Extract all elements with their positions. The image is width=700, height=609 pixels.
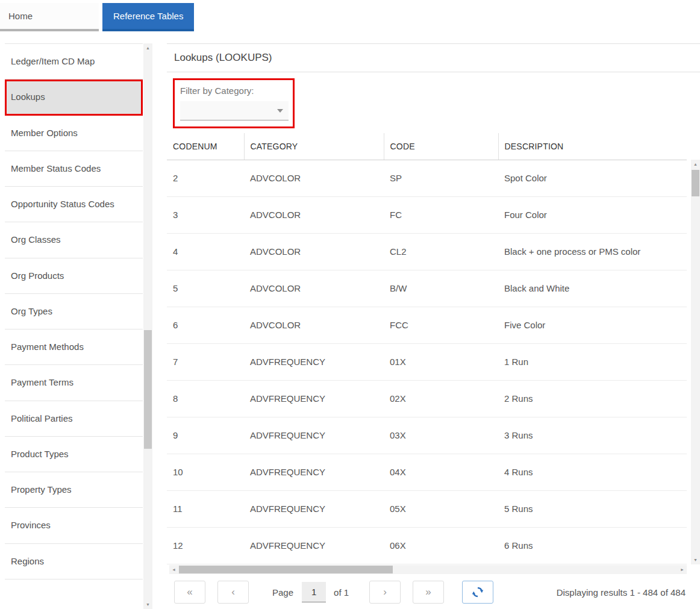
sidebar-scrollbar[interactable]: ▲ ▼ xyxy=(143,43,152,609)
table-row[interactable]: 4ADVCOLORCL2Black + one process or PMS c… xyxy=(167,233,687,270)
table-cell: ADVFREQUENCY xyxy=(244,343,384,380)
table-cell: 11 xyxy=(167,490,244,527)
table-cell: 2 Runs xyxy=(498,380,687,417)
table-cell: 10 xyxy=(167,454,244,490)
column-header-category[interactable]: CATEGORY xyxy=(244,133,384,160)
table-row[interactable]: 10ADVFREQUENCY04X4 Runs xyxy=(167,454,687,490)
scroll-down-icon[interactable]: ▼ xyxy=(143,600,152,609)
table-row[interactable]: 11ADVFREQUENCY05X5 Runs xyxy=(167,490,687,527)
table-row[interactable]: 8ADVFREQUENCY02X2 Runs xyxy=(167,380,687,417)
table-cell: ADVFREQUENCY xyxy=(244,527,384,564)
table-cell: ADVCOLOR xyxy=(244,160,384,196)
table-cell: 4 Runs xyxy=(498,454,687,490)
column-header-description[interactable]: DESCRIPTION xyxy=(498,133,687,160)
sidebar-item-ledger-item-cd-map[interactable]: Ledger/Item CD Map xyxy=(5,44,143,80)
column-header-code[interactable]: CODE xyxy=(384,133,498,160)
category-select[interactable] xyxy=(180,101,289,120)
table-cell: SP xyxy=(384,160,498,196)
filter-label: Filter by Category: xyxy=(180,86,287,96)
table-cell: 2 xyxy=(167,160,244,196)
sidebar-item-provinces[interactable]: Provinces xyxy=(5,508,143,543)
sidebar-item-org-types[interactable]: Org Types xyxy=(5,294,143,329)
sidebar-item-payment-methods[interactable]: Payment Methods xyxy=(5,329,143,365)
sidebar-item-opportunity-status-codes[interactable]: Opportunity Status Codes xyxy=(5,187,143,222)
pagination-bar: « ‹ Page of 1 › » xyxy=(167,575,700,609)
tab-home[interactable]: Home xyxy=(0,3,99,31)
table-cell: 04X xyxy=(384,454,498,490)
sidebar-item-member-status-codes[interactable]: Member Status Codes xyxy=(5,151,143,187)
sidebar-list: Ledger/Item CD MapLookupsMember OptionsM… xyxy=(5,43,143,579)
scroll-up-icon[interactable]: ▲ xyxy=(143,43,152,52)
sidebar-item-org-products[interactable]: Org Products xyxy=(5,258,143,294)
table-horizontal-scrollbar-thumb[interactable] xyxy=(179,566,393,573)
table-cell: ADVCOLOR xyxy=(244,196,384,233)
table-cell: 06X xyxy=(384,527,498,564)
table-row[interactable]: 3ADVCOLORFCFour Color xyxy=(167,196,687,233)
scroll-down-icon[interactable]: ▼ xyxy=(691,555,700,564)
prev-page-button[interactable]: ‹ xyxy=(217,581,249,604)
sidebar-item-regions[interactable]: Regions xyxy=(5,544,143,579)
column-header-codenum[interactable]: CODENUM xyxy=(167,133,244,160)
scroll-left-icon[interactable]: ◄ xyxy=(169,565,178,574)
sidebar-item-property-types[interactable]: Property Types xyxy=(5,472,143,508)
first-page-button[interactable]: « xyxy=(174,581,205,604)
sidebar-item-member-options[interactable]: Member Options xyxy=(5,116,143,151)
table-cell: 5 xyxy=(167,270,244,307)
table-vertical-scrollbar-thumb[interactable] xyxy=(692,170,699,196)
table-cell: ADVFREQUENCY xyxy=(244,417,384,454)
table-cell: Spot Color xyxy=(498,160,687,196)
sidebar-item-payment-terms[interactable]: Payment Terms xyxy=(5,365,143,401)
table-cell: FC xyxy=(384,196,498,233)
table-cell: Black + one process or PMS color xyxy=(498,233,687,270)
table-cell: 5 Runs xyxy=(498,490,687,527)
page-label: Page xyxy=(272,587,293,598)
results-count-text: Displaying results 1 - 484 of 484 xyxy=(557,587,700,598)
scroll-right-icon[interactable]: ► xyxy=(678,565,687,574)
last-page-icon: » xyxy=(425,586,431,598)
refresh-button[interactable] xyxy=(462,581,493,604)
table-row[interactable]: 6ADVCOLORFCCFive Color xyxy=(167,307,687,343)
table-cell: 01X xyxy=(384,343,498,380)
table-cell: 05X xyxy=(384,490,498,527)
sidebar-item-lookups[interactable]: Lookups xyxy=(5,80,143,115)
table-cell: B/W xyxy=(384,270,498,307)
table-row[interactable]: 12ADVFREQUENCY06X6 Runs xyxy=(167,527,687,564)
last-page-button[interactable]: » xyxy=(413,581,444,604)
table-header-row: CODENUMCATEGORYCODEDESCRIPTION xyxy=(167,133,687,160)
table-cell: Five Color xyxy=(498,307,687,343)
table-cell: ADVCOLOR xyxy=(244,233,384,270)
table-cell: ADVCOLOR xyxy=(244,307,384,343)
table-cell: 3 xyxy=(167,196,244,233)
scroll-up-icon[interactable]: ▲ xyxy=(691,160,700,169)
table-cell: 7 xyxy=(167,343,244,380)
table-row[interactable]: 9ADVFREQUENCY03X3 Runs xyxy=(167,417,687,454)
table-cell: 02X xyxy=(384,380,498,417)
page-title: Lookups (LOOKUPS) xyxy=(167,43,700,72)
prev-page-icon: ‹ xyxy=(231,586,235,598)
table-cell: CL2 xyxy=(384,233,498,270)
next-page-button[interactable]: › xyxy=(369,581,401,604)
next-page-icon: › xyxy=(383,586,387,598)
content-area: Ledger/Item CD MapLookupsMember OptionsM… xyxy=(0,31,700,609)
table-cell: ADVCOLOR xyxy=(244,270,384,307)
table-vertical-scrollbar[interactable]: ▲ ▼ xyxy=(691,160,700,564)
table-row[interactable]: 2ADVCOLORSPSpot Color xyxy=(167,160,687,196)
table-cell: Four Color xyxy=(498,196,687,233)
table-row[interactable]: 7ADVFREQUENCY01X1 Run xyxy=(167,343,687,380)
app-window: Home Reference Tables Ledger/Item CD Map… xyxy=(0,0,700,609)
sidebar-scrollbar-thumb[interactable] xyxy=(144,330,152,449)
table-cell: 3 Runs xyxy=(498,417,687,454)
page-input[interactable] xyxy=(302,582,326,602)
tab-reference-tables[interactable]: Reference Tables xyxy=(102,3,194,31)
table-cell: 12 xyxy=(167,527,244,564)
sidebar-item-product-types[interactable]: Product Types xyxy=(5,437,143,472)
main-panel: Lookups (LOOKUPS) Filter by Category: CO… xyxy=(167,43,700,609)
table-row[interactable]: 5ADVCOLORB/WBlack and White xyxy=(167,270,687,307)
chevron-down-icon xyxy=(277,109,283,113)
sidebar-item-political-parties[interactable]: Political Parties xyxy=(5,401,143,437)
tab-bar: Home Reference Tables xyxy=(0,0,700,31)
table-horizontal-scrollbar[interactable]: ◄ ► xyxy=(169,565,687,574)
sidebar-item-org-classes[interactable]: Org Classes xyxy=(5,222,143,258)
table-cell: 03X xyxy=(384,417,498,454)
table-cell: 4 xyxy=(167,233,244,270)
